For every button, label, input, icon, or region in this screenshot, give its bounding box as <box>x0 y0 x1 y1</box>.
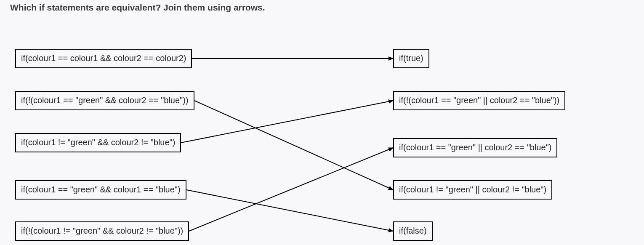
left-box-2[interactable]: if(!(colour1 == "green" && colour2 == "b… <box>15 91 194 110</box>
connection-arrow <box>189 148 393 231</box>
connection-arrow <box>181 101 393 143</box>
left-box-5[interactable]: if(!(colour1 != "green" && colour2 != "b… <box>15 221 189 241</box>
diagram-canvas: Which if statements are equivalent? Join… <box>0 0 644 245</box>
left-box-3[interactable]: if(colour1 != "green" && colour2 != "blu… <box>15 133 181 152</box>
connections-svg <box>0 0 644 245</box>
right-box-5[interactable]: if(false) <box>393 221 433 241</box>
connection-arrow <box>194 101 393 190</box>
left-box-1[interactable]: if(colour1 == colour1 && colour2 == colo… <box>15 49 192 68</box>
connection-arrow <box>186 190 393 231</box>
left-box-4[interactable]: if(colour1 == "green" && colour1 == "blu… <box>15 180 186 200</box>
question-text: Which if statements are equivalent? Join… <box>10 3 265 13</box>
right-box-2[interactable]: if(!(colour1 == "green" || colour2 == "b… <box>393 91 565 110</box>
right-box-4[interactable]: if(colour1 != "green" || colour2 != "blu… <box>393 180 552 200</box>
right-box-3[interactable]: if(colour1 == "green" || colour2 == "blu… <box>393 138 557 157</box>
right-box-1[interactable]: if(true) <box>393 49 429 68</box>
